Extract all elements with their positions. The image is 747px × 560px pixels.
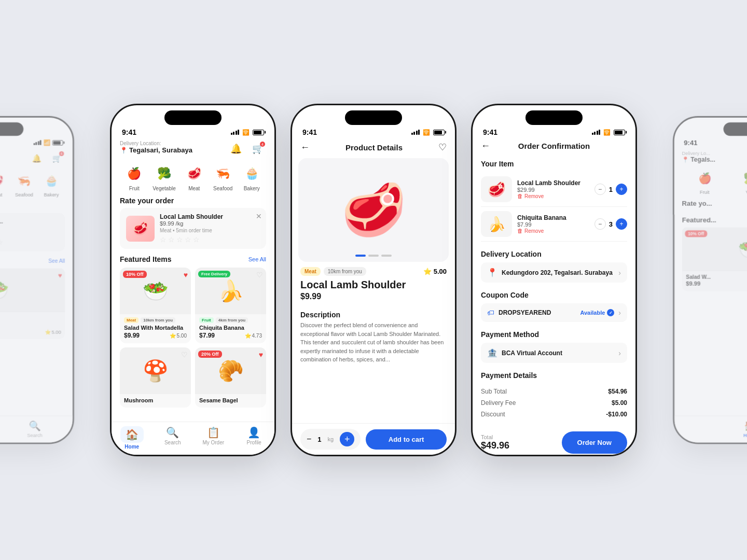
quantity-minus[interactable]: − (307, 435, 311, 444)
qty-control-lamb: − 1 + (594, 184, 627, 195)
phone-order-confirmation: 9:41 🛜 ← Order Confirmation (471, 104, 637, 456)
phone-product-detail: 9:41 🛜 ← Product Details ♡ (290, 104, 457, 456)
star-2[interactable]: ☆ (168, 235, 175, 244)
detail-tags-row: Meat 10km from you ⭐ 5.00 (300, 267, 447, 276)
tag-distance-2: 4km from you (216, 317, 248, 323)
qty-minus-banana[interactable]: − (594, 218, 606, 230)
back-button-order[interactable]: ← (481, 141, 490, 151)
star-icon-banana: ⭐ (245, 333, 251, 339)
remove-lamb-button[interactable]: 🗑 Remove (517, 193, 589, 199)
star-3[interactable]: ☆ (176, 235, 183, 244)
trash-icon-banana: 🗑 (517, 228, 523, 234)
detail-tag-distance: 10km from you (324, 267, 366, 276)
category-seafood[interactable]: 🦐 Seafood (15, 172, 34, 198)
rate-card-image: 🥩 (126, 216, 155, 242)
description-text: Discover the perfect blend of convenienc… (300, 321, 447, 364)
product-card-salad[interactable]: 🥗 10% Off ♥ Meat 10km from you Salad Wit… (120, 268, 191, 343)
category-meat[interactable]: 🥩 Meat (0, 172, 7, 198)
qty-plus-lamb[interactable]: + (616, 184, 627, 195)
home-nav-label: Home (125, 444, 139, 450)
delivery-location-1: 📍 Tegalsari, Surabaya (120, 146, 192, 154)
nav-orders[interactable]: 📋 My Order (193, 426, 234, 450)
dot-3[interactable] (381, 255, 392, 257)
delivery-location-title: Delivery Location (481, 250, 627, 258)
notification-button-1[interactable]: 🔔 (228, 141, 244, 157)
remove-banana-button[interactable]: 🗑 Remove (517, 228, 589, 234)
nav-home[interactable]: 🏠 Home (112, 426, 153, 450)
featured-section: Featured Items See All 🥗 10% Off ♥ (112, 252, 274, 422)
detail-info: Meat 10km from you ⭐ 5.00 Local Lamb Sho… (292, 262, 455, 311)
bakery-label: Bakery (244, 186, 260, 191)
status-icons-3: 🛜 (592, 129, 626, 136)
quantity-plus[interactable]: + (340, 432, 354, 446)
star-5[interactable]: ☆ (193, 235, 200, 244)
rate-product-meta: Meat • 5min order time (160, 228, 260, 233)
featured-header: Featured Items See All (120, 255, 266, 263)
status-bar-1: 9:41 🛜 (112, 125, 274, 136)
image-carousel-dots (355, 255, 392, 257)
heart-button-3[interactable]: ♡ (181, 351, 188, 359)
wishlist-button[interactable]: ♡ (438, 142, 447, 153)
product-rating-salad: ⭐ 5.00 (170, 333, 187, 339)
dot-2[interactable] (368, 255, 379, 257)
qty-num-banana: 3 (609, 220, 613, 228)
product-card-pastry[interactable]: 🥐 20% Off ♥ Sesame Bagel (195, 347, 266, 408)
payment-method-row[interactable]: 🏦 BCA Virtual Account › (481, 343, 627, 363)
product-pastry-image: 🥐 20% Off ♥ (195, 347, 266, 394)
category-meat-1[interactable]: 🥩 Meat (184, 163, 204, 191)
product-card-mushroom[interactable]: 🍄 ♡ Mushroom (120, 347, 191, 408)
add-to-cart-button[interactable]: Add to cart (366, 429, 447, 450)
cart-button[interactable]: 🛒4 (49, 150, 65, 166)
coupon-row[interactable]: 🏷 DROPSYEAREND Available ✓ › (481, 303, 627, 322)
order-item-lamb-info: Local Lamb Shoulder $29.99 🗑 Remove (517, 179, 589, 199)
product-price-banana: $7.99 (199, 332, 215, 339)
coupon-chevron-icon: › (618, 309, 621, 317)
payment-method-title: Payment Method (481, 330, 627, 339)
category-bakery-1[interactable]: 🧁 Bakery (241, 163, 262, 191)
vegetable-label: Vegetable (153, 186, 176, 191)
product-card-banana[interactable]: 🍌 Free Delivery ♡ Fruit 4km from you Chi… (195, 268, 266, 343)
detail-rating: ⭐ 5.00 (423, 268, 447, 275)
orders-nav-icon: 📋 (207, 426, 220, 439)
category-fruit-1[interactable]: 🍎 Fruit (124, 163, 145, 191)
total-section: Total $49.96 (481, 434, 509, 451)
dot-1[interactable] (355, 255, 366, 257)
detail-product-name: Local Lamb Shoulder (300, 279, 447, 291)
nav-profile[interactable]: 👤 Profile (234, 426, 275, 450)
quantity-value: 1 (317, 436, 321, 443)
close-rate-card[interactable]: ✕ (256, 212, 262, 220)
profile-nav-icon: 👤 (247, 426, 260, 439)
order-item-banana-name: Chiquita Banana (517, 214, 589, 221)
order-header: ← Order Confirmation (473, 136, 635, 156)
product-detail-image: 🥩 (298, 158, 449, 262)
cart-button-1[interactable]: 🛒4 (250, 141, 266, 157)
status-time-2: 9:41 (302, 128, 317, 136)
qty-num-lamb: 1 (609, 186, 613, 193)
notification-button[interactable]: 🔔 (29, 150, 45, 166)
star-1[interactable]: ☆ (160, 235, 167, 244)
product-name-mushroom: Mushroom (124, 397, 187, 403)
delivery-chevron-icon: › (618, 269, 621, 277)
star-4[interactable]: ☆ (185, 235, 191, 244)
see-all-button[interactable]: See All (248, 256, 266, 262)
category-seafood-1[interactable]: 🦐 Seafood (213, 163, 233, 191)
status-bar-r: 9:41 📶 (674, 136, 747, 146)
nav-search[interactable]: 🔍 Search (153, 426, 193, 450)
rating-stars[interactable]: ☆ ☆ ☆ ☆ ☆ (160, 235, 260, 244)
qty-minus-lamb[interactable]: − (594, 184, 606, 195)
heart-button-2[interactable]: ♡ (256, 271, 263, 279)
heart-button-4[interactable]: ♥ (259, 351, 263, 359)
rate-order-section: Rate your order 🥩 Local Lamb Shoulder $9… (112, 194, 274, 252)
category-vegetable-1[interactable]: 🥦 Vegetable (153, 163, 176, 191)
qty-plus-banana[interactable]: + (616, 218, 627, 230)
status-icons-1: 🛜 (231, 129, 265, 136)
delivery-location-row[interactable]: 📍 Kedungdoro 202, Tegalsari. Surabaya › (481, 262, 627, 283)
heart-button-1[interactable]: ♥ (184, 271, 188, 279)
order-now-button[interactable]: Order Now (562, 431, 627, 454)
payment-details-title: Payment Details (481, 371, 627, 380)
home-header: Delivery Location: 📍 Tegalsari, Surabaya… (112, 136, 274, 160)
back-button-detail[interactable]: ← (300, 142, 310, 153)
home-nav-icon: 🏠 (126, 429, 139, 440)
coupon-icon: 🏷 (487, 309, 494, 317)
category-bakery[interactable]: 🧁 Bakery (42, 172, 61, 198)
